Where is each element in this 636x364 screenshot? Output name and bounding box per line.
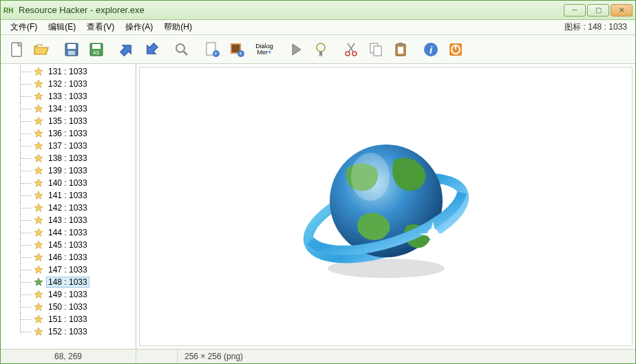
tree-item-label: 135 : 1033 <box>46 116 89 127</box>
menu-action[interactable]: 操作(A) <box>120 20 158 34</box>
star-icon <box>34 178 43 188</box>
tree-item[interactable]: 133 : 1033 <box>1 90 136 103</box>
menu-view[interactable]: 查看(V) <box>81 20 120 34</box>
tree-item-label: 131 : 1033 <box>46 66 89 77</box>
tree-item[interactable]: 146 : 1033 <box>1 251 136 264</box>
tree-item-label: 138 : 1033 <box>46 153 89 164</box>
tree-item[interactable]: 142 : 1033 <box>1 202 136 214</box>
svg-text:RH: RH <box>3 7 13 14</box>
save-as-button[interactable]: AS <box>85 38 108 61</box>
tree-item[interactable]: 134 : 1033 <box>1 103 136 115</box>
add-binary-button[interactable]: + <box>225 38 248 61</box>
maximize-button[interactable]: ▢ <box>587 4 609 17</box>
new-button[interactable] <box>5 38 28 61</box>
globe-icon <box>298 118 474 295</box>
star-icon <box>34 67 43 76</box>
tree-item[interactable]: 147 : 1033 <box>1 264 136 276</box>
tree-item-label: 145 : 1033 <box>46 239 89 250</box>
open-button[interactable] <box>30 38 53 61</box>
tree-item[interactable]: 143 : 1033 <box>1 214 136 226</box>
tree-item-label: 150 : 1033 <box>46 301 89 312</box>
star-icon <box>34 265 43 275</box>
svg-text:+: + <box>239 50 242 57</box>
svg-point-8 <box>176 44 184 52</box>
tree-item-label: 140 : 1033 <box>46 178 89 189</box>
tree-item-label: 137 : 1033 <box>46 140 89 151</box>
tree-item-label: 143 : 1033 <box>46 215 89 226</box>
tree-item[interactable]: 136 : 1033 <box>1 127 136 140</box>
tree-item-label: 132 : 1033 <box>46 78 89 89</box>
tree-item[interactable]: 151 : 1033 <box>1 313 136 325</box>
tree-item-label: 141 : 1033 <box>46 190 89 201</box>
status-bar: 68, 269 256 × 256 (png) <box>1 349 635 363</box>
paste-button[interactable] <box>389 38 412 61</box>
power-button[interactable] <box>444 38 467 61</box>
tree-item[interactable]: 139 : 1033 <box>1 164 136 177</box>
info-button[interactable]: i <box>419 38 443 61</box>
tree-item[interactable]: 141 : 1033 <box>1 189 136 202</box>
menu-file[interactable]: 文件(F) <box>5 20 43 34</box>
star-icon <box>34 290 43 299</box>
import-button[interactable] <box>140 38 163 61</box>
minimize-button[interactable]: ─ <box>564 4 586 17</box>
toolbar: AS + + DialogMer+ i <box>1 35 635 64</box>
star-icon <box>34 253 43 262</box>
tree-item[interactable]: 132 : 1033 <box>1 78 136 90</box>
svg-point-17 <box>317 43 325 52</box>
star-icon <box>34 240 43 250</box>
star-icon <box>34 215 43 225</box>
star-icon <box>34 129 43 138</box>
search-button[interactable] <box>170 38 193 61</box>
star-icon <box>34 191 43 200</box>
svg-point-22 <box>346 52 350 56</box>
star-icon <box>34 277 43 287</box>
svg-line-9 <box>184 52 187 55</box>
tree-view[interactable]: 131 : 1033132 : 1033133 : 1033134 : 1033… <box>1 64 136 349</box>
dialog-button[interactable]: DialogMer+ <box>250 38 277 61</box>
star-icon <box>34 79 43 89</box>
tree-panel: 131 : 1033132 : 1033133 : 1033134 : 1033… <box>1 64 136 349</box>
tree-item[interactable]: 145 : 1033 <box>1 239 136 251</box>
star-icon <box>34 302 43 312</box>
close-button[interactable]: ✕ <box>611 4 633 17</box>
tree-item[interactable]: 148 : 1033 <box>1 276 136 288</box>
export-button[interactable] <box>115 38 138 61</box>
tree-item-label: 136 : 1033 <box>46 128 89 139</box>
tree-item[interactable]: 144 : 1033 <box>1 226 136 239</box>
save-button[interactable] <box>60 38 83 61</box>
tree-item[interactable]: 150 : 1033 <box>1 301 136 313</box>
star-icon <box>34 166 43 175</box>
tree-item[interactable]: 131 : 1033 <box>1 65 136 78</box>
menu-edit[interactable]: 编辑(E) <box>43 20 81 34</box>
add-script-button[interactable]: + <box>200 38 224 61</box>
tree-item[interactable]: 149 : 1033 <box>1 288 136 301</box>
star-icon <box>34 314 43 324</box>
svg-rect-27 <box>399 43 403 45</box>
copy-button[interactable] <box>364 38 388 61</box>
tree-item-label: 142 : 1033 <box>46 202 89 213</box>
window-controls: ─ ▢ ✕ <box>562 4 633 17</box>
tree-item[interactable]: 152 : 1033 <box>1 325 136 338</box>
star-icon <box>34 104 43 114</box>
tree-item-label: 139 : 1033 <box>46 165 89 176</box>
app-icon: RH <box>3 5 14 16</box>
tree-item[interactable]: 135 : 1033 <box>1 115 136 127</box>
tree-item-label: 152 : 1033 <box>46 326 89 337</box>
star-icon <box>34 327 43 336</box>
svg-text:AS: AS <box>93 50 100 55</box>
svg-rect-4 <box>68 51 75 55</box>
menu-help[interactable]: 帮助(H) <box>158 20 198 34</box>
tree-item-label: 144 : 1033 <box>46 227 89 238</box>
svg-rect-28 <box>398 47 403 54</box>
svg-point-23 <box>352 52 357 56</box>
tree-item[interactable]: 137 : 1033 <box>1 140 136 152</box>
svg-rect-3 <box>67 44 76 49</box>
hint-button[interactable] <box>309 38 332 61</box>
cut-button[interactable] <box>339 38 363 61</box>
tree-item-label: 133 : 1033 <box>46 91 89 102</box>
tree-item[interactable]: 138 : 1033 <box>1 152 136 164</box>
play-button[interactable] <box>284 38 308 61</box>
tree-item[interactable]: 140 : 1033 <box>1 177 136 189</box>
svg-rect-6 <box>92 44 100 49</box>
status-spacer <box>136 350 178 363</box>
